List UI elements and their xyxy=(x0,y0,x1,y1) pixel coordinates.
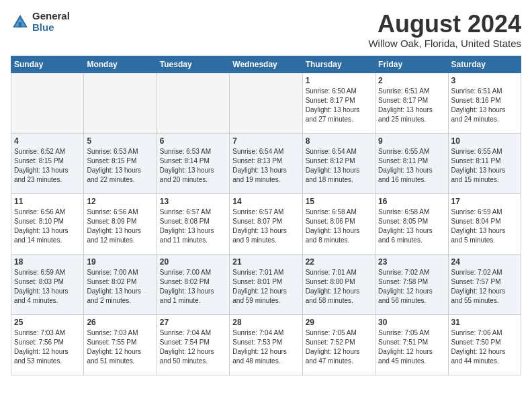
day-number: 5 xyxy=(87,136,153,146)
day-number: 14 xyxy=(232,197,299,206)
calendar-empty-cell xyxy=(84,73,157,133)
day-info: Sunrise: 6:55 AM Sunset: 8:11 PM Dayligh… xyxy=(378,147,445,185)
calendar-day-cell: 23Sunrise: 7:02 AM Sunset: 7:58 PM Dayli… xyxy=(375,254,448,314)
day-info: Sunrise: 6:57 AM Sunset: 8:07 PM Dayligh… xyxy=(232,208,299,245)
day-info: Sunrise: 7:00 AM Sunset: 8:02 PM Dayligh… xyxy=(87,268,153,306)
calendar-day-cell: 27Sunrise: 7:04 AM Sunset: 7:54 PM Dayli… xyxy=(157,314,229,375)
calendar-day-cell: 26Sunrise: 7:03 AM Sunset: 7:55 PM Dayli… xyxy=(84,314,157,375)
calendar-day-cell: 1Sunrise: 6:50 AM Sunset: 8:17 PM Daylig… xyxy=(302,73,375,133)
calendar-day-cell: 21Sunrise: 7:01 AM Sunset: 8:01 PM Dayli… xyxy=(230,254,302,314)
calendar-day-cell: 18Sunrise: 6:59 AM Sunset: 8:03 PM Dayli… xyxy=(11,254,84,314)
day-number: 17 xyxy=(451,197,518,206)
main-title: August 2024 xyxy=(368,11,521,38)
day-number: 25 xyxy=(14,318,81,327)
day-number: 7 xyxy=(232,136,299,146)
calendar-week-row: 4Sunrise: 6:52 AM Sunset: 8:15 PM Daylig… xyxy=(11,133,521,193)
day-number: 15 xyxy=(306,197,372,206)
day-number: 8 xyxy=(306,136,372,146)
calendar-week-row: 1Sunrise: 6:50 AM Sunset: 8:17 PM Daylig… xyxy=(11,73,521,133)
day-number: 12 xyxy=(87,197,153,206)
day-info: Sunrise: 6:51 AM Sunset: 8:16 PM Dayligh… xyxy=(451,87,518,124)
calendar-day-cell: 5Sunrise: 6:53 AM Sunset: 8:15 PM Daylig… xyxy=(84,133,157,193)
day-info: Sunrise: 6:50 AM Sunset: 8:17 PM Dayligh… xyxy=(306,87,372,124)
calendar-day-cell: 17Sunrise: 6:59 AM Sunset: 8:04 PM Dayli… xyxy=(448,193,521,254)
day-info: Sunrise: 6:56 AM Sunset: 8:09 PM Dayligh… xyxy=(87,208,153,245)
day-number: 6 xyxy=(160,136,226,146)
day-number: 19 xyxy=(87,257,153,267)
calendar-header-row: SundayMondayTuesdayWednesdayThursdayFrid… xyxy=(11,56,521,73)
logo-blue-text: Blue xyxy=(32,22,70,34)
day-number: 10 xyxy=(451,136,518,146)
day-number: 1 xyxy=(306,76,372,85)
day-info: Sunrise: 6:57 AM Sunset: 8:08 PM Dayligh… xyxy=(160,208,226,245)
day-number: 21 xyxy=(232,257,299,267)
calendar-week-row: 11Sunrise: 6:56 AM Sunset: 8:10 PM Dayli… xyxy=(11,193,521,254)
calendar-empty-cell xyxy=(11,73,84,133)
day-info: Sunrise: 6:58 AM Sunset: 8:06 PM Dayligh… xyxy=(306,208,372,245)
calendar-day-header: Thursday xyxy=(302,56,375,73)
calendar-day-header: Sunday xyxy=(11,56,84,73)
day-info: Sunrise: 6:54 AM Sunset: 8:13 PM Dayligh… xyxy=(232,147,299,185)
day-info: Sunrise: 6:55 AM Sunset: 8:11 PM Dayligh… xyxy=(451,147,518,185)
day-info: Sunrise: 7:01 AM Sunset: 8:00 PM Dayligh… xyxy=(306,268,372,306)
day-info: Sunrise: 6:51 AM Sunset: 8:17 PM Dayligh… xyxy=(378,87,445,124)
day-number: 16 xyxy=(378,197,445,206)
day-info: Sunrise: 7:05 AM Sunset: 7:51 PM Dayligh… xyxy=(378,328,445,366)
day-number: 20 xyxy=(160,257,226,267)
calendar-day-cell: 31Sunrise: 7:06 AM Sunset: 7:50 PM Dayli… xyxy=(448,314,521,375)
calendar-day-cell: 14Sunrise: 6:57 AM Sunset: 8:07 PM Dayli… xyxy=(230,193,302,254)
day-info: Sunrise: 7:00 AM Sunset: 8:02 PM Dayligh… xyxy=(160,268,226,306)
day-info: Sunrise: 6:52 AM Sunset: 8:15 PM Dayligh… xyxy=(14,147,81,185)
calendar-day-cell: 11Sunrise: 6:56 AM Sunset: 8:10 PM Dayli… xyxy=(11,193,84,254)
calendar-empty-cell xyxy=(157,73,229,133)
day-number: 22 xyxy=(306,257,372,267)
calendar-day-cell: 25Sunrise: 7:03 AM Sunset: 7:56 PM Dayli… xyxy=(11,314,84,375)
calendar-day-cell: 28Sunrise: 7:04 AM Sunset: 7:53 PM Dayli… xyxy=(230,314,302,375)
day-info: Sunrise: 7:04 AM Sunset: 7:53 PM Dayligh… xyxy=(232,328,299,366)
day-info: Sunrise: 7:04 AM Sunset: 7:54 PM Dayligh… xyxy=(160,328,226,366)
calendar-day-cell: 4Sunrise: 6:52 AM Sunset: 8:15 PM Daylig… xyxy=(11,133,84,193)
day-number: 29 xyxy=(306,318,372,327)
day-number: 4 xyxy=(14,136,81,146)
day-number: 11 xyxy=(14,197,81,206)
calendar-day-cell: 6Sunrise: 6:53 AM Sunset: 8:14 PM Daylig… xyxy=(157,133,229,193)
day-number: 3 xyxy=(451,76,518,85)
calendar-day-cell: 8Sunrise: 6:54 AM Sunset: 8:12 PM Daylig… xyxy=(302,133,375,193)
calendar-week-row: 25Sunrise: 7:03 AM Sunset: 7:56 PM Dayli… xyxy=(11,314,521,375)
day-number: 31 xyxy=(451,318,518,327)
day-info: Sunrise: 7:05 AM Sunset: 7:52 PM Dayligh… xyxy=(306,328,372,366)
day-info: Sunrise: 7:06 AM Sunset: 7:50 PM Dayligh… xyxy=(451,328,518,366)
day-number: 30 xyxy=(378,318,445,327)
logo-general-text: General xyxy=(32,11,70,22)
header: General Blue August 2024 Willow Oak, Flo… xyxy=(11,11,521,49)
day-info: Sunrise: 7:02 AM Sunset: 7:58 PM Dayligh… xyxy=(378,268,445,306)
day-number: 13 xyxy=(160,197,226,206)
calendar-table: SundayMondayTuesdayWednesdayThursdayFrid… xyxy=(11,56,521,375)
day-info: Sunrise: 7:01 AM Sunset: 8:01 PM Dayligh… xyxy=(232,268,299,306)
day-info: Sunrise: 7:03 AM Sunset: 7:56 PM Dayligh… xyxy=(14,328,81,366)
day-number: 27 xyxy=(160,318,226,327)
calendar-day-cell: 19Sunrise: 7:00 AM Sunset: 8:02 PM Dayli… xyxy=(84,254,157,314)
svg-rect-2 xyxy=(19,22,22,28)
calendar-day-cell: 20Sunrise: 7:00 AM Sunset: 8:02 PM Dayli… xyxy=(157,254,229,314)
calendar-day-cell: 3Sunrise: 6:51 AM Sunset: 8:16 PM Daylig… xyxy=(448,73,521,133)
day-info: Sunrise: 6:59 AM Sunset: 8:03 PM Dayligh… xyxy=(14,268,81,306)
day-number: 23 xyxy=(378,257,445,267)
day-number: 9 xyxy=(378,136,445,146)
calendar-day-header: Wednesday xyxy=(230,56,302,73)
day-number: 28 xyxy=(232,318,299,327)
calendar-day-cell: 22Sunrise: 7:01 AM Sunset: 8:00 PM Dayli… xyxy=(302,254,375,314)
day-info: Sunrise: 6:54 AM Sunset: 8:12 PM Dayligh… xyxy=(306,147,372,185)
day-info: Sunrise: 6:59 AM Sunset: 8:04 PM Dayligh… xyxy=(451,208,518,245)
logo-icon xyxy=(11,13,30,32)
calendar-day-header: Tuesday xyxy=(157,56,229,73)
calendar-day-header: Friday xyxy=(375,56,448,73)
calendar-day-cell: 13Sunrise: 6:57 AM Sunset: 8:08 PM Dayli… xyxy=(157,193,229,254)
calendar-empty-cell xyxy=(230,73,302,133)
calendar-day-header: Monday xyxy=(84,56,157,73)
day-number: 24 xyxy=(451,257,518,267)
calendar-day-cell: 24Sunrise: 7:02 AM Sunset: 7:57 PM Dayli… xyxy=(448,254,521,314)
day-info: Sunrise: 7:02 AM Sunset: 7:57 PM Dayligh… xyxy=(451,268,518,306)
day-number: 2 xyxy=(378,76,445,85)
calendar-week-row: 18Sunrise: 6:59 AM Sunset: 8:03 PM Dayli… xyxy=(11,254,521,314)
